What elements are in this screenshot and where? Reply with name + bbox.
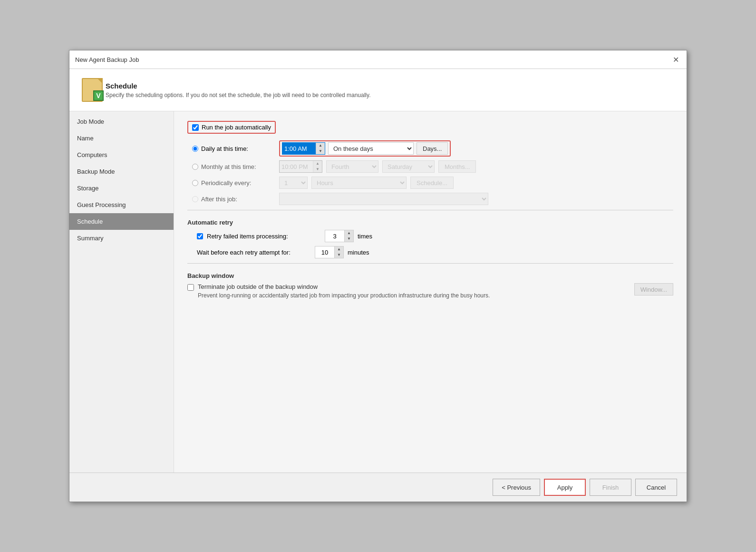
- app-icon: V: [79, 77, 106, 103]
- run-auto-checkbox[interactable]: [192, 124, 199, 131]
- daily-days-dropdown[interactable]: On these days Every day On working days …: [328, 142, 414, 155]
- retry-up[interactable]: ▲: [345, 230, 353, 236]
- close-button[interactable]: ✕: [670, 54, 681, 65]
- sidebar-item-computers[interactable]: Computers: [69, 147, 174, 163]
- header-description: Specify the scheduling options. If you d…: [106, 92, 370, 99]
- schedule-options: Daily at this time: ▲ ▼ On these days: [192, 140, 673, 205]
- run-auto-label: Run the job automatically: [202, 124, 271, 131]
- backup-window-title: Backup window: [187, 272, 673, 279]
- wait-down[interactable]: ▼: [335, 252, 343, 258]
- monthly-time-down[interactable]: ▼: [313, 167, 322, 172]
- daily-options-highlight: ▲ ▼ On these days Every day On working d…: [279, 140, 451, 157]
- wait-unit: minutes: [348, 249, 369, 256]
- backup-window-row: Terminate job outside of the backup wind…: [187, 283, 673, 299]
- retry-checkbox[interactable]: [197, 233, 203, 239]
- backup-window-desc: Prevent long-running or accidentally sta…: [198, 292, 630, 299]
- schedule-button[interactable]: Schedule...: [410, 177, 454, 189]
- daily-row: Daily at this time: ▲ ▼ On these days: [192, 140, 673, 157]
- monthly-time-spinner: ▲ ▼: [313, 161, 322, 172]
- daily-time-spinner: ▲ ▼: [316, 143, 325, 154]
- sidebar-item-summary[interactable]: Summary: [69, 230, 174, 246]
- previous-button[interactable]: < Previous: [493, 479, 540, 496]
- wait-spinner: ▲ ▼: [334, 246, 343, 258]
- retry-row: Retry failed items processing: ▲ ▼ times: [197, 230, 673, 242]
- backup-window-text: Terminate job outside of the backup wind…: [198, 283, 630, 299]
- after-job-radio-label: After this job:: [192, 196, 275, 203]
- backup-window-checkbox[interactable]: [187, 284, 194, 291]
- retry-input[interactable]: [325, 230, 344, 242]
- periodic-value-dropdown[interactable]: 1: [279, 177, 308, 189]
- dialog: New Agent Backup Job ✕ V Schedule Specif…: [69, 50, 687, 502]
- header-text: Schedule Specify the scheduling options.…: [106, 82, 370, 99]
- daily-time-input[interactable]: [282, 143, 316, 154]
- wait-up[interactable]: ▲: [335, 246, 343, 252]
- wait-input[interactable]: [315, 246, 334, 258]
- wait-row: Wait before each retry attempt for: ▲ ▼ …: [197, 246, 673, 258]
- monthly-radio-label: Monthly at this time:: [192, 163, 275, 170]
- monthly-time-up[interactable]: ▲: [313, 161, 322, 167]
- auto-retry-title: Automatic retry: [187, 219, 673, 226]
- periodic-row: Periodically every: 1 Hours Minutes Sche…: [192, 177, 673, 189]
- periodic-unit-dropdown[interactable]: Hours Minutes: [311, 177, 407, 189]
- backup-window-section: Backup window Terminate job outside of t…: [187, 272, 673, 299]
- monthly-day-dropdown[interactable]: Saturday: [382, 160, 435, 173]
- wait-label: Wait before each retry attempt for:: [197, 249, 311, 256]
- monthly-time-input[interactable]: [280, 161, 313, 172]
- footer: < Previous Apply Finish Cancel: [69, 473, 687, 502]
- sidebar-item-storage[interactable]: Storage: [69, 180, 174, 197]
- sidebar-item-job-mode[interactable]: Job Mode: [69, 113, 174, 130]
- months-button[interactable]: Months...: [438, 160, 476, 173]
- retry-unit: times: [358, 233, 372, 240]
- retry-spinner: ▲ ▼: [344, 230, 353, 242]
- monthly-row: Monthly at this time: ▲ ▼ Fourth Saturda…: [192, 160, 673, 173]
- sidebar-item-name[interactable]: Name: [69, 130, 174, 147]
- monthly-radio[interactable]: [192, 164, 198, 170]
- after-job-row: After this job:: [192, 193, 673, 205]
- window-button[interactable]: Window...: [634, 283, 673, 296]
- days-button[interactable]: Days...: [417, 142, 448, 155]
- after-job-radio[interactable]: [192, 196, 198, 202]
- sidebar-item-schedule[interactable]: Schedule: [69, 213, 174, 230]
- daily-time-down[interactable]: ▼: [316, 148, 325, 154]
- sidebar: Job Mode Name Computers Backup Mode Stor…: [69, 111, 174, 473]
- monthly-time-field: ▲ ▼: [279, 160, 322, 173]
- backup-window-label: Terminate job outside of the backup wind…: [198, 283, 630, 290]
- after-job-dropdown[interactable]: [279, 193, 488, 205]
- sidebar-item-guest-processing[interactable]: Guest Processing: [69, 197, 174, 213]
- auto-retry-section: Automatic retry Retry failed items proce…: [187, 219, 673, 258]
- wait-value-group: ▲ ▼: [315, 246, 344, 258]
- doc-icon: V: [82, 78, 103, 102]
- retry-down[interactable]: ▼: [345, 236, 353, 242]
- v-icon: V: [93, 90, 104, 101]
- cancel-button[interactable]: Cancel: [635, 479, 677, 496]
- monthly-week-dropdown[interactable]: Fourth: [326, 160, 378, 173]
- title-bar: New Agent Backup Job ✕: [69, 50, 687, 69]
- retry-label: Retry failed items processing:: [207, 233, 321, 240]
- daily-time-up[interactable]: ▲: [316, 143, 325, 148]
- run-auto-row: Run the job automatically: [187, 121, 276, 134]
- daily-radio[interactable]: [192, 146, 198, 152]
- periodic-radio[interactable]: [192, 180, 198, 186]
- daily-time-field: ▲ ▼: [282, 142, 325, 155]
- apply-button[interactable]: Apply: [544, 479, 586, 496]
- header-title: Schedule: [106, 82, 370, 90]
- daily-radio-label: Daily at this time:: [192, 145, 275, 152]
- dialog-title: New Agent Backup Job: [75, 56, 139, 63]
- finish-button[interactable]: Finish: [590, 479, 631, 496]
- sidebar-item-backup-mode[interactable]: Backup Mode: [69, 163, 174, 180]
- main-panel: Run the job automatically Daily at this …: [174, 111, 687, 473]
- periodic-radio-label: Periodically every:: [192, 179, 275, 187]
- retry-value-group: ▲ ▼: [325, 230, 354, 242]
- content-area: Job Mode Name Computers Backup Mode Stor…: [69, 111, 687, 473]
- header-area: V Schedule Specify the scheduling option…: [69, 69, 687, 111]
